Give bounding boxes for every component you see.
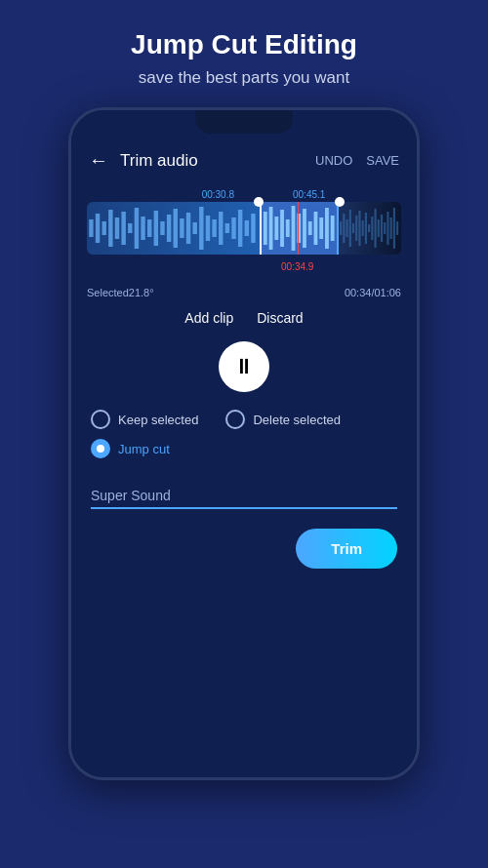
trim-btn-container: Trim [71, 513, 417, 584]
radio-label-jumpcut: Jump cut [118, 442, 170, 456]
svg-rect-22 [231, 217, 235, 239]
svg-rect-5 [121, 212, 125, 245]
svg-rect-26 [264, 212, 267, 245]
svg-rect-44 [355, 216, 357, 241]
undo-button[interactable]: UNDO [315, 153, 352, 168]
waveform-container[interactable]: 00:30.8 00:45.1 [87, 189, 401, 267]
input-section [71, 474, 417, 513]
radio-circle-keep [91, 410, 110, 429]
add-clip-button[interactable]: Add clip [184, 310, 233, 326]
svg-rect-47 [364, 213, 366, 244]
radio-label-keep: Keep selected [118, 413, 198, 427]
trim-button[interactable]: Trim [296, 529, 397, 569]
time-info-row: Selected21.8° 00:34/01:06 [71, 273, 417, 304]
radio-label-delete: Delete selected [253, 413, 341, 427]
svg-rect-20 [219, 212, 223, 245]
svg-rect-25 [251, 214, 255, 243]
svg-rect-19 [212, 219, 216, 237]
svg-rect-50 [374, 209, 376, 248]
svg-rect-24 [245, 220, 249, 236]
svg-rect-13 [174, 209, 178, 248]
svg-rect-36 [319, 217, 323, 239]
svg-rect-9 [147, 219, 151, 237]
save-button[interactable]: SAVE [366, 153, 399, 168]
svg-rect-21 [225, 223, 229, 233]
svg-rect-2 [102, 221, 105, 235]
svg-rect-1 [96, 214, 100, 243]
selected-duration: Selected21.8° [87, 287, 154, 298]
svg-rect-30 [286, 219, 290, 237]
radio-circle-delete [225, 410, 245, 429]
svg-rect-49 [371, 217, 373, 240]
svg-rect-35 [314, 212, 318, 245]
svg-rect-45 [358, 211, 360, 246]
radio-options: Keep selected Delete selected Jump cut [71, 404, 417, 474]
svg-rect-53 [384, 222, 386, 234]
waveform-start-time: 00:30.8 [202, 189, 234, 200]
svg-rect-39 [340, 221, 342, 235]
svg-rect-4 [115, 217, 119, 239]
svg-rect-16 [192, 222, 196, 234]
svg-rect-42 [348, 210, 350, 247]
svg-rect-46 [361, 220, 363, 236]
svg-rect-41 [346, 219, 347, 237]
svg-rect-0 [89, 219, 93, 237]
header-section: Jump Cut Editing save the best parts you… [111, 0, 377, 107]
svg-rect-12 [167, 215, 171, 242]
svg-rect-15 [186, 213, 190, 244]
svg-rect-11 [160, 221, 164, 235]
page-subtitle: save the best parts you want [131, 68, 357, 88]
filename-input[interactable] [91, 484, 397, 509]
radio-jump-cut[interactable]: Jump cut [91, 439, 170, 458]
svg-rect-57 [396, 221, 398, 235]
svg-rect-51 [377, 219, 379, 237]
svg-rect-6 [128, 223, 132, 233]
svg-rect-7 [135, 208, 139, 249]
play-btn-container: ⏸ [71, 335, 417, 404]
discard-button[interactable]: Discard [257, 310, 303, 326]
radio-delete-selected[interactable]: Delete selected [225, 410, 341, 429]
play-pause-button[interactable]: ⏸ [219, 341, 269, 392]
svg-rect-3 [108, 210, 112, 247]
svg-rect-55 [389, 217, 391, 239]
back-arrow-icon[interactable]: ← [89, 149, 108, 172]
radio-keep-selected[interactable]: Keep selected [91, 410, 198, 429]
waveform-end-time: 00:45.1 [293, 189, 325, 200]
clip-actions: Add clip Discard [71, 304, 417, 335]
pause-icon: ⏸ [233, 354, 255, 379]
svg-rect-56 [392, 208, 394, 249]
svg-rect-29 [280, 210, 284, 247]
svg-rect-54 [386, 212, 388, 245]
svg-rect-48 [368, 224, 370, 232]
page-title: Jump Cut Editing [131, 29, 357, 60]
playhead-time: 00:34.9 [281, 261, 313, 272]
svg-rect-52 [381, 215, 383, 242]
radio-circle-jumpcut [91, 439, 110, 458]
svg-rect-38 [331, 216, 335, 241]
svg-rect-10 [154, 211, 158, 246]
svg-rect-18 [206, 216, 210, 241]
svg-rect-28 [274, 217, 278, 240]
screen-title: Trim audio [120, 151, 315, 171]
top-bar: ← Trim audio UNDO SAVE [71, 139, 417, 181]
playhead[interactable] [298, 202, 300, 255]
svg-rect-27 [269, 207, 273, 250]
svg-rect-34 [308, 221, 312, 235]
svg-rect-23 [238, 210, 242, 247]
svg-rect-14 [180, 218, 183, 238]
svg-rect-40 [343, 214, 345, 243]
svg-rect-31 [292, 206, 296, 251]
selection-handle-left[interactable] [254, 197, 264, 207]
svg-rect-8 [141, 217, 144, 240]
svg-rect-43 [352, 223, 354, 233]
total-duration: 00:34/01:06 [345, 287, 401, 298]
svg-rect-17 [199, 207, 203, 250]
svg-rect-37 [325, 208, 329, 249]
phone-frame: ← Trim audio UNDO SAVE 00:30.8 00:45.1 [68, 107, 420, 780]
svg-rect-33 [303, 209, 306, 248]
